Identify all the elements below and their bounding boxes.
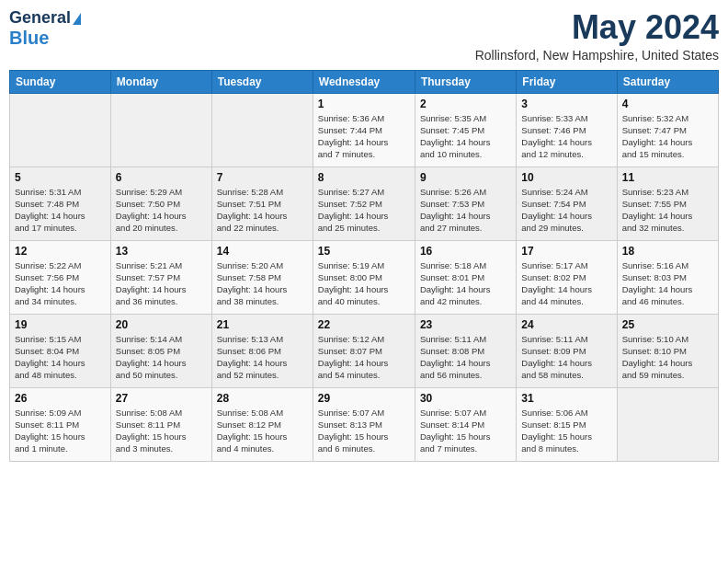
day-info: Sunrise: 5:18 AM Sunset: 8:01 PM Dayligh… [420,259,511,308]
day-number: 11 [622,171,713,184]
week-row-1: 1Sunrise: 5:36 AM Sunset: 7:44 PM Daylig… [10,93,719,167]
day-info: Sunrise: 5:20 AM Sunset: 7:58 PM Dayligh… [217,259,308,308]
logo-text: General [9,9,81,28]
day-number: 14 [217,245,308,258]
location-subtitle: Rollinsford, New Hampshire, United State… [475,48,719,63]
calendar-cell: 13Sunrise: 5:21 AM Sunset: 7:57 PM Dayli… [110,240,211,314]
day-number: 13 [116,245,207,258]
title-block: May 2024 Rollinsford, New Hampshire, Uni… [475,9,719,63]
day-number: 3 [521,98,611,110]
week-row-3: 12Sunrise: 5:22 AM Sunset: 7:56 PM Dayli… [10,240,719,314]
weekday-header-saturday: Saturday [617,70,718,93]
day-number: 20 [116,318,207,331]
calendar-cell [211,93,313,167]
day-number: 12 [15,245,106,258]
day-number: 1 [318,98,410,110]
weekday-header-friday: Friday [517,70,617,93]
day-number: 23 [420,318,511,331]
day-number: 19 [15,318,106,331]
day-number: 10 [521,171,611,184]
day-info: Sunrise: 5:21 AM Sunset: 7:57 PM Dayligh… [116,259,207,308]
day-info: Sunrise: 5:11 AM Sunset: 8:09 PM Dayligh… [521,333,611,382]
calendar-cell: 2Sunrise: 5:35 AM Sunset: 7:45 PM Daylig… [415,93,516,167]
calendar-cell: 6Sunrise: 5:29 AM Sunset: 7:50 PM Daylig… [110,167,211,240]
day-info: Sunrise: 5:27 AM Sunset: 7:52 PM Dayligh… [318,186,410,235]
week-row-4: 19Sunrise: 5:15 AM Sunset: 8:04 PM Dayli… [10,314,719,387]
day-info: Sunrise: 5:26 AM Sunset: 7:53 PM Dayligh… [420,186,511,235]
calendar-cell: 27Sunrise: 5:08 AM Sunset: 8:11 PM Dayli… [110,387,211,461]
day-info: Sunrise: 5:11 AM Sunset: 8:08 PM Dayligh… [420,333,511,382]
day-number: 17 [521,245,611,258]
day-number: 30 [420,392,511,405]
weekday-header-thursday: Thursday [415,70,516,93]
day-info: Sunrise: 5:36 AM Sunset: 7:44 PM Dayligh… [318,112,410,161]
day-info: Sunrise: 5:33 AM Sunset: 7:46 PM Dayligh… [521,112,611,161]
calendar-cell: 14Sunrise: 5:20 AM Sunset: 7:58 PM Dayli… [211,240,313,314]
day-number: 31 [521,392,611,405]
calendar-cell: 8Sunrise: 5:27 AM Sunset: 7:52 PM Daylig… [313,167,415,240]
day-info: Sunrise: 5:17 AM Sunset: 8:02 PM Dayligh… [521,259,611,308]
day-info: Sunrise: 5:08 AM Sunset: 8:11 PM Dayligh… [116,407,207,455]
day-number: 21 [217,318,308,331]
day-number: 18 [622,245,713,258]
calendar-cell: 11Sunrise: 5:23 AM Sunset: 7:55 PM Dayli… [617,167,718,240]
logo-blue-text: Blue [9,28,49,48]
day-info: Sunrise: 5:13 AM Sunset: 8:06 PM Dayligh… [217,333,308,382]
day-info: Sunrise: 5:35 AM Sunset: 7:45 PM Dayligh… [420,112,511,161]
calendar-cell: 15Sunrise: 5:19 AM Sunset: 8:00 PM Dayli… [313,240,415,314]
calendar-cell: 23Sunrise: 5:11 AM Sunset: 8:08 PM Dayli… [415,314,516,387]
day-info: Sunrise: 5:23 AM Sunset: 7:55 PM Dayligh… [622,186,713,235]
calendar-cell: 31Sunrise: 5:06 AM Sunset: 8:15 PM Dayli… [517,387,617,461]
calendar-cell: 9Sunrise: 5:26 AM Sunset: 7:53 PM Daylig… [415,167,516,240]
calendar-cell [10,93,111,167]
logo: General Blue [9,9,81,48]
day-number: 27 [116,392,207,405]
weekday-header-sunday: Sunday [10,70,111,93]
day-info: Sunrise: 5:07 AM Sunset: 8:14 PM Dayligh… [420,407,511,455]
weekday-header-monday: Monday [110,70,211,93]
weekday-header-wednesday: Wednesday [313,70,415,93]
calendar-cell: 28Sunrise: 5:08 AM Sunset: 8:12 PM Dayli… [211,387,313,461]
week-row-2: 5Sunrise: 5:31 AM Sunset: 7:48 PM Daylig… [10,167,719,240]
day-info: Sunrise: 5:08 AM Sunset: 8:12 PM Dayligh… [217,407,308,455]
calendar-cell: 20Sunrise: 5:14 AM Sunset: 8:05 PM Dayli… [110,314,211,387]
day-number: 6 [116,171,207,184]
calendar-cell: 30Sunrise: 5:07 AM Sunset: 8:14 PM Dayli… [415,387,516,461]
day-number: 7 [217,171,308,184]
calendar-cell: 7Sunrise: 5:28 AM Sunset: 7:51 PM Daylig… [211,167,313,240]
day-info: Sunrise: 5:14 AM Sunset: 8:05 PM Dayligh… [116,333,207,382]
calendar-cell: 29Sunrise: 5:07 AM Sunset: 8:13 PM Dayli… [313,387,415,461]
day-info: Sunrise: 5:06 AM Sunset: 8:15 PM Dayligh… [521,407,611,455]
day-number: 22 [318,318,410,331]
day-info: Sunrise: 5:16 AM Sunset: 8:03 PM Dayligh… [622,259,713,308]
page-header: General Blue May 2024 Rollinsford, New H… [9,9,719,63]
day-number: 9 [420,171,511,184]
calendar-cell: 4Sunrise: 5:32 AM Sunset: 7:47 PM Daylig… [617,93,718,167]
calendar-cell: 10Sunrise: 5:24 AM Sunset: 7:54 PM Dayli… [517,167,617,240]
day-info: Sunrise: 5:15 AM Sunset: 8:04 PM Dayligh… [15,333,106,382]
day-info: Sunrise: 5:24 AM Sunset: 7:54 PM Dayligh… [521,186,611,235]
calendar-cell: 22Sunrise: 5:12 AM Sunset: 8:07 PM Dayli… [313,314,415,387]
calendar-cell: 1Sunrise: 5:36 AM Sunset: 7:44 PM Daylig… [313,93,415,167]
day-number: 29 [318,392,410,405]
calendar-cell [617,387,718,461]
calendar-cell [110,93,211,167]
calendar-cell: 26Sunrise: 5:09 AM Sunset: 8:11 PM Dayli… [10,387,111,461]
day-info: Sunrise: 5:10 AM Sunset: 8:10 PM Dayligh… [622,333,713,382]
calendar-cell: 24Sunrise: 5:11 AM Sunset: 8:09 PM Dayli… [517,314,617,387]
day-number: 28 [217,392,308,405]
day-info: Sunrise: 5:12 AM Sunset: 8:07 PM Dayligh… [318,333,410,382]
day-number: 16 [420,245,511,258]
day-info: Sunrise: 5:22 AM Sunset: 7:56 PM Dayligh… [15,259,106,308]
calendar-cell: 21Sunrise: 5:13 AM Sunset: 8:06 PM Dayli… [211,314,313,387]
day-info: Sunrise: 5:09 AM Sunset: 8:11 PM Dayligh… [15,407,106,455]
day-number: 26 [15,392,106,405]
day-info: Sunrise: 5:19 AM Sunset: 8:00 PM Dayligh… [318,259,410,308]
calendar-table: SundayMondayTuesdayWednesdayThursdayFrid… [9,70,719,462]
day-info: Sunrise: 5:31 AM Sunset: 7:48 PM Dayligh… [15,186,106,235]
day-number: 2 [420,98,511,110]
calendar-cell: 25Sunrise: 5:10 AM Sunset: 8:10 PM Dayli… [617,314,718,387]
week-row-5: 26Sunrise: 5:09 AM Sunset: 8:11 PM Dayli… [10,387,719,461]
day-number: 15 [318,245,410,258]
day-number: 5 [15,171,106,184]
